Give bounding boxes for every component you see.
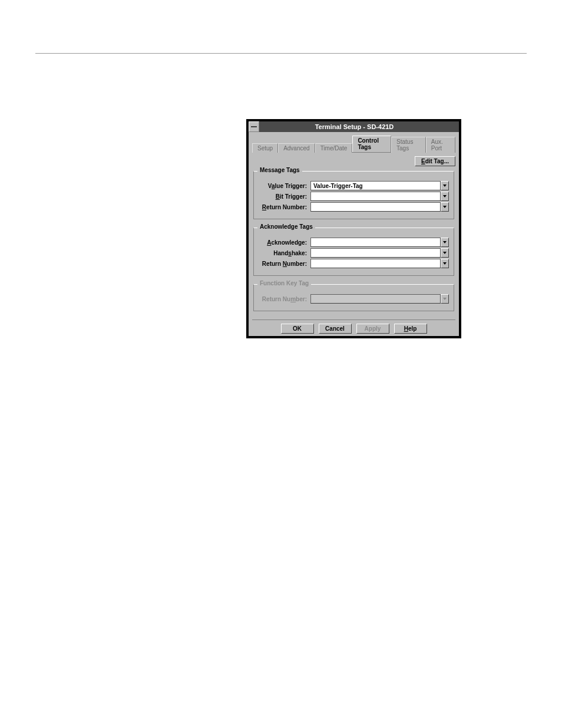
value-trigger-input[interactable] (310, 181, 441, 190)
page-divider (35, 53, 527, 54)
ack-return-number-dropdown[interactable] (441, 259, 449, 268)
system-menu-icon[interactable] (249, 121, 259, 132)
group-message-tags: Message Tags Value Trigger: Bit Trigger: (253, 171, 454, 219)
msg-return-number-input[interactable] (310, 202, 441, 212)
cancel-button[interactable]: Cancel (319, 324, 352, 334)
row-value-trigger: Value Trigger: (259, 181, 449, 190)
row-ack-return-number: Return Number: (259, 259, 449, 268)
value-trigger-dropdown[interactable] (441, 181, 449, 190)
group-function-key-tag: Function Key Tag Return Number: (253, 284, 454, 311)
group-legend: Message Tags (257, 167, 302, 173)
dialog-inner: Terminal Setup - SD-421D Setup Advanced … (249, 121, 459, 336)
ok-button[interactable]: OK (281, 324, 314, 334)
label-ack-return-number: Return Number: (259, 261, 310, 267)
tab-advanced[interactable]: Advanced (278, 143, 315, 153)
tab-control-tags[interactable]: Control Tags (352, 136, 391, 152)
bit-trigger-dropdown[interactable] (441, 192, 449, 201)
row-bit-trigger: Bit Trigger: (259, 192, 449, 201)
window-title: Terminal Setup - SD-421D (260, 123, 459, 130)
group-legend: Acknowledge Tags (257, 223, 315, 230)
fkey-return-number-dropdown (441, 294, 449, 304)
handshake-dropdown[interactable] (441, 248, 449, 258)
acknowledge-input[interactable] (310, 238, 441, 247)
label-acknowledge: Acknowledge: (259, 239, 310, 246)
apply-button: Apply (356, 324, 389, 334)
bit-trigger-input[interactable] (310, 192, 441, 201)
label-value-trigger: Value Trigger: (259, 183, 310, 189)
row-fkey-return-number: Return Number: (259, 294, 449, 304)
help-button[interactable]: Help (394, 324, 427, 334)
button-bar: OK Cancel Apply Help (252, 319, 455, 334)
tab-strip: Setup Advanced Time/Date Control Tags St… (252, 136, 455, 153)
row-handshake: Handshake: (259, 248, 449, 258)
label-msg-return-number: Return Number: (259, 204, 310, 210)
label-fkey-return-number: Return Number: (259, 296, 310, 302)
title-bar: Terminal Setup - SD-421D (249, 121, 459, 132)
label-handshake: Handshake: (259, 250, 310, 256)
handshake-input[interactable] (310, 248, 441, 258)
ack-return-number-input[interactable] (310, 259, 441, 268)
tab-time-date[interactable]: Time/Date (315, 143, 353, 153)
dialog-window: Terminal Setup - SD-421D Setup Advanced … (246, 119, 461, 338)
edit-tag-button[interactable]: Edit Tag... (415, 156, 455, 166)
tab-aux-port[interactable]: Aux. Port (426, 137, 455, 153)
acknowledge-dropdown[interactable] (441, 238, 449, 247)
group-legend: Function Key Tag (257, 280, 311, 286)
tab-status-tags[interactable]: Status Tags (391, 137, 426, 153)
label-bit-trigger: Bit Trigger: (259, 193, 310, 200)
fkey-return-number-input (310, 294, 441, 304)
msg-return-number-dropdown[interactable] (441, 202, 449, 212)
row-msg-return-number: Return Number: (259, 202, 449, 212)
row-acknowledge: Acknowledge: (259, 238, 449, 247)
group-acknowledge-tags: Acknowledge Tags Acknowledge: Handshake: (253, 228, 454, 276)
tab-setup[interactable]: Setup (252, 143, 278, 153)
